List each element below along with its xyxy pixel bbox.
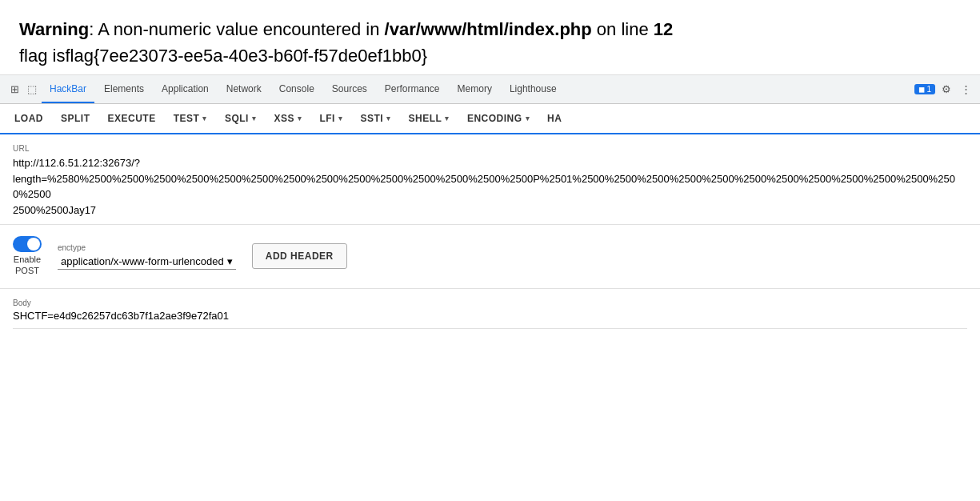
more-icon[interactable]: ⋮ <box>958 82 974 98</box>
ssti-chevron: ▾ <box>386 114 391 122</box>
tab-elements[interactable]: Elements <box>96 75 152 103</box>
shell-button[interactable]: SHELL ▾ <box>401 106 458 130</box>
toggle-container: Enable POST <box>13 236 42 277</box>
toggle-label-line1: Enable <box>14 254 41 265</box>
settings-icon[interactable]: ⚙ <box>938 82 954 98</box>
body-value[interactable]: SHCTF=e4d9c26257dc63b7f1a2ae3f9e72fa01 <box>13 310 967 322</box>
load-button[interactable]: LOAD <box>6 106 51 130</box>
lfi-button[interactable]: LFI ▾ <box>311 106 350 130</box>
tab-application[interactable]: Application <box>154 75 217 103</box>
hackbar-toolbar: LOAD SPLIT EXECUTE TEST ▾ SQLI ▾ XSS ▾ L… <box>0 104 980 134</box>
tab-lighthouse[interactable]: Lighthouse <box>502 75 565 103</box>
enctype-select[interactable]: application/x-www-form-urlencoded ▾ <box>58 254 236 270</box>
enctype-chevron: ▾ <box>227 255 233 267</box>
enctype-group: enctype application/x-www-form-urlencode… <box>58 243 236 270</box>
devtools-bar: ⊞ ⬚ HackBar Elements Application Network… <box>0 75 980 104</box>
url-line2: length=%2580%2500%2500%2500%2500%2500%25… <box>13 173 955 201</box>
warning-line-number: 12 <box>654 19 673 39</box>
devtools-icon-1[interactable]: ⊞ <box>6 82 22 98</box>
badge-icon: ◼ <box>918 85 925 94</box>
tab-hackbar[interactable]: HackBar <box>42 75 94 103</box>
warning-on-line: on line <box>592 19 654 39</box>
ha-button[interactable]: HA <box>539 106 570 130</box>
devtools-icon-2[interactable]: ⬚ <box>24 82 40 98</box>
warning-label: Warning <box>19 19 89 39</box>
warning-content: Warning: A non-numeric value encountered… <box>0 0 980 75</box>
post-section: Enable POST enctype application/x-www-fo… <box>0 225 980 289</box>
badge-count: 1 <box>926 85 931 94</box>
sqli-chevron: ▾ <box>252 114 257 122</box>
flag-text: flag isflag{7ee23073-ee5a-40e3-b60f-f57d… <box>19 46 961 66</box>
enable-post-toggle[interactable] <box>13 236 42 252</box>
url-value[interactable]: http://112.6.51.212:32673/? length=%2580… <box>13 155 967 218</box>
url-label: URL <box>13 144 967 153</box>
tab-performance[interactable]: Performance <box>377 75 448 103</box>
warning-colon: : A non-numeric value encountered in <box>89 19 384 39</box>
test-chevron: ▾ <box>202 114 207 122</box>
encoding-button[interactable]: ENCODING ▾ <box>459 106 538 130</box>
console-badge: ◼ 1 <box>914 84 935 94</box>
execute-button[interactable]: EXECUTE <box>100 106 164 130</box>
toggle-label-line2: POST <box>14 265 41 276</box>
enctype-label: enctype <box>58 243 236 252</box>
tab-network[interactable]: Network <box>218 75 270 103</box>
test-button[interactable]: TEST ▾ <box>166 106 215 130</box>
tab-sources[interactable]: Sources <box>324 75 375 103</box>
ssti-button[interactable]: SSTI ▾ <box>352 106 398 130</box>
body-container: Body SHCTF=e4d9c26257dc63b7f1a2ae3f9e72f… <box>13 299 967 329</box>
xss-chevron: ▾ <box>298 114 302 122</box>
url-section: URL http://112.6.51.212:32673/? length=%… <box>0 134 980 225</box>
tab-console[interactable]: Console <box>271 75 322 103</box>
shell-chevron: ▾ <box>445 114 450 122</box>
toggle-label: Enable POST <box>14 254 41 277</box>
warning-text: Warning: A non-numeric value encountered… <box>19 16 961 42</box>
encoding-chevron: ▾ <box>526 114 530 122</box>
add-header-button[interactable]: ADD HEADER <box>252 243 347 269</box>
body-label: Body <box>13 299 967 307</box>
url-line1: http://112.6.51.212:32673/? <box>13 157 140 169</box>
lfi-chevron: ▾ <box>338 114 343 122</box>
body-section: Body SHCTF=e4d9c26257dc63b7f1a2ae3f9e72f… <box>0 289 980 339</box>
split-button[interactable]: SPLIT <box>53 106 98 130</box>
warning-path: /var/www/html/index.php <box>385 19 592 39</box>
tab-memory[interactable]: Memory <box>450 75 500 103</box>
devtools-bar-right: ◼ 1 ⚙ ⋮ <box>914 82 974 98</box>
sqli-button[interactable]: SQLI ▾ <box>217 106 265 130</box>
enctype-value: application/x-www-form-urlencoded <box>61 255 224 267</box>
xss-button[interactable]: XSS ▾ <box>266 106 310 130</box>
url-line3: 2500%2500Jay17 <box>13 204 96 216</box>
